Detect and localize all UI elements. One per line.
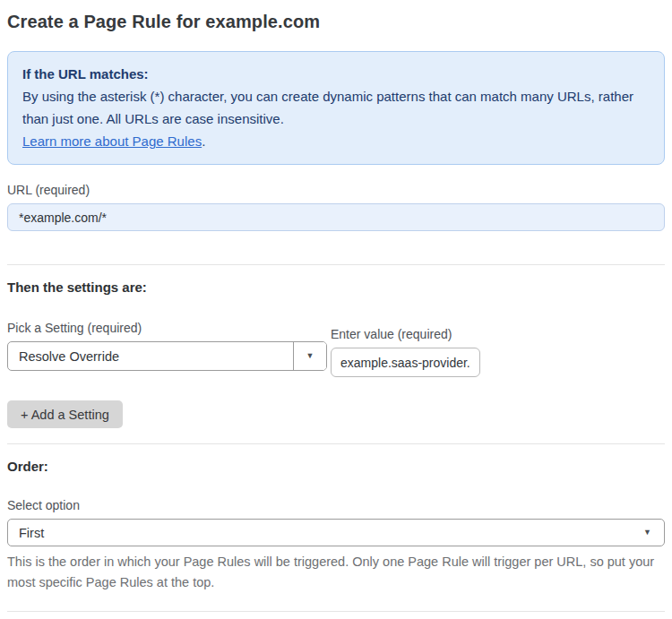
order-select-label: Select option	[7, 498, 665, 512]
section-divider	[7, 443, 665, 444]
chevron-down-icon: ▼	[306, 352, 314, 360]
setting-select-value: Resolve Override	[8, 349, 293, 364]
learn-more-link[interactable]: Learn more about Page Rules	[22, 133, 202, 149]
order-select-value: First	[8, 526, 643, 540]
order-section-heading: Order:	[7, 459, 665, 474]
settings-row: Pick a Setting (required) Resolve Overri…	[7, 303, 665, 377]
order-help-text: This is the order in which your Page Rul…	[7, 552, 665, 593]
info-box-heading: If the URL matches:	[22, 63, 650, 85]
info-box-body: By using the asterisk (*) character, you…	[22, 85, 650, 130]
setting-value-column: Enter value (required)	[331, 303, 480, 377]
order-select[interactable]: First ▼	[7, 519, 665, 546]
section-divider	[7, 264, 665, 265]
page-title: Create a Page Rule for example.com	[7, 12, 665, 32]
link-suffix: .	[202, 133, 205, 149]
add-setting-button[interactable]: + Add a Setting	[7, 400, 123, 428]
chevron-down-icon: ▼	[643, 529, 651, 537]
setting-select-label: Pick a Setting (required)	[7, 321, 327, 335]
value-field-label: Enter value (required)	[331, 327, 480, 341]
url-field-label: URL (required)	[7, 183, 665, 197]
url-match-info-box: If the URL matches: By using the asteris…	[7, 51, 665, 165]
page-rule-form: Create a Page Rule for example.com If th…	[0, 0, 672, 619]
setting-select-arrow-button[interactable]: ▼	[293, 342, 326, 370]
setting-select-column: Pick a Setting (required) Resolve Overri…	[7, 303, 327, 377]
setting-value-input[interactable]	[331, 348, 480, 377]
url-input[interactable]	[7, 203, 665, 231]
info-box-link-line: Learn more about Page Rules.	[22, 130, 650, 152]
setting-select[interactable]: Resolve Override ▼	[7, 341, 327, 371]
settings-section-heading: Then the settings are:	[7, 279, 665, 295]
footer-divider	[7, 611, 665, 612]
